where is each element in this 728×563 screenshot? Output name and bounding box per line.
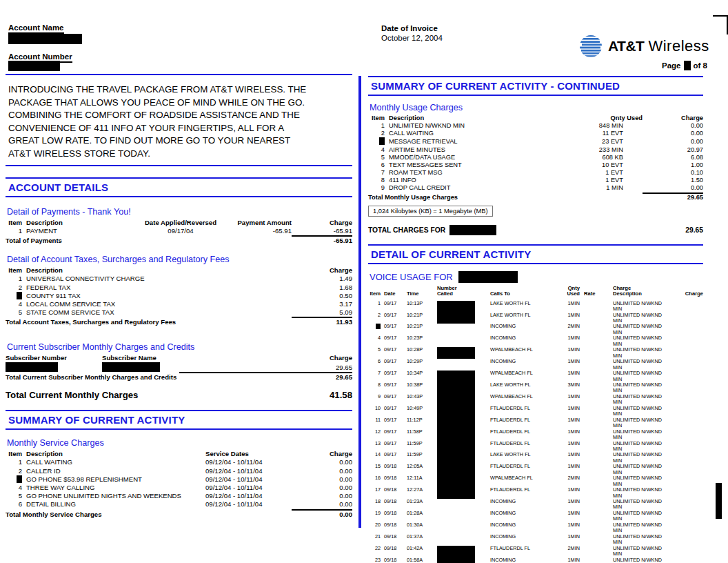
call-row: 19 09/18 01:28A INCOMING 1MIN UNLIMITED … — [368, 511, 703, 522]
cell-time: 10:49P — [407, 406, 434, 417]
voice-usage-line: VOICE USAGE FOR — [370, 271, 703, 283]
cell-charge: 0.00 — [643, 130, 703, 137]
cell-charge: 0.00 — [292, 467, 352, 475]
call-row: 5 09/17 10:28P WPALMBEACH FL 1MIN UNLIMI… — [368, 347, 703, 359]
cell-charge: 1.50 — [643, 177, 703, 184]
usage-charges-table: Item Description Qnty Used Charge 1 UNLI… — [368, 115, 703, 201]
cell-qnty-used: 1MIN — [559, 557, 580, 563]
table-row: 29.65 — [6, 362, 352, 372]
right-edge-redaction — [716, 483, 722, 519]
cell-qnty-used: 848 MIN — [540, 122, 643, 130]
cell-time: 10:34P — [407, 371, 434, 382]
subscriber-title: Current Subscriber Monthly Charges and C… — [7, 342, 352, 352]
cell-number-called — [437, 406, 475, 417]
cell-qnty-used: 1MIN — [559, 441, 580, 453]
cell-date: 09/17 — [384, 452, 403, 464]
table-row: 4 THREE WAY CALLING 09/12/04 - 10/11/04 … — [6, 484, 352, 492]
cell-rate — [584, 347, 607, 359]
taxes-rows: 1 UNIVERSAL CONNECTIVITY CHARGE 1.49 2 F… — [6, 275, 352, 317]
col-calls-to: Calls To — [490, 291, 559, 297]
cell-calls-to: INCOMING — [490, 534, 559, 546]
cell-time: 01:42A — [407, 546, 434, 557]
cell-charge — [671, 382, 703, 394]
cell-time: 01:37A — [407, 534, 434, 546]
cell-qnty-used: 1 MIN — [540, 184, 643, 192]
cell-date: 09/17 — [384, 441, 403, 453]
cell-date: 09/17 — [384, 417, 403, 429]
cell-number-called — [437, 313, 475, 324]
cell-qnty-used: 1MIN — [559, 522, 580, 534]
cell-item — [368, 324, 381, 335]
cell-item: 22 — [368, 546, 381, 557]
call-row: 9 09/17 10:43P WPALMBEACH FL 1MIN UNLIMI… — [368, 394, 703, 406]
cell-time: 12:11A — [407, 475, 434, 487]
cell-item: 15 — [368, 464, 381, 475]
col-used: Used — [559, 291, 580, 297]
cell-charge — [671, 371, 703, 382]
cell-description: MMODE/DATA USAGE — [385, 154, 540, 161]
col-description: Description — [22, 450, 205, 458]
page-label: Page — [662, 61, 681, 70]
cell-description: AIRTIME MINUTES — [385, 146, 540, 154]
cell-qnty-used: 1MIN — [559, 394, 580, 406]
usage-total-row: Total Monthly Usage Charges 29.65 — [368, 192, 703, 201]
cell-charge-description: UNLIMITED N/WKND MIN — [613, 313, 671, 324]
col-date: Date — [384, 291, 403, 297]
cell-rate — [584, 335, 607, 347]
cell-time: 01:28A — [407, 511, 434, 522]
cell-charge — [671, 441, 703, 453]
cell-item: 4 — [6, 300, 22, 308]
cell-item: 2 — [6, 284, 22, 292]
cell-rate — [584, 452, 607, 464]
total-value: 29.65 — [643, 192, 703, 201]
table-row: 1 UNLIMITED N/WKND MIN 848 MIN 0.00 — [368, 122, 703, 130]
service-header-row: Item Description Service Dates Charge — [6, 450, 352, 458]
cell-item: 17 — [368, 487, 381, 499]
cell-charge-description: UNLIMITED N/WKND MIN — [613, 347, 671, 359]
cell-time: 11:59P — [407, 452, 434, 464]
col-description: Description — [613, 291, 671, 297]
subscriber-rows: 29.65 — [6, 362, 352, 372]
cell-charge — [671, 406, 703, 417]
att-wireless-logo: AT&T Wireless — [579, 34, 709, 58]
usage-rows: 1 UNLIMITED N/WKND MIN 848 MIN 0.00 2 CA… — [368, 122, 703, 192]
cell-rate — [584, 499, 607, 511]
cell-charge-description: UNLIMITED N/WKND MIN — [613, 406, 671, 417]
cell-charge — [671, 417, 703, 429]
summary-activity-header: SUMMARY OF CURRENT ACTIVITY — [6, 410, 352, 430]
cell-charge-description: UNLIMITED N/WKND MIN — [613, 464, 671, 475]
cell-service-dates: 09/12/04 - 10/11/04 — [205, 458, 292, 466]
cell-charge: 0.00 — [292, 458, 352, 466]
cell-qnty-used: 1MIN — [559, 534, 580, 546]
subscriber-header-row: Subscriber Number Subscriber Name Charge — [6, 354, 352, 362]
cell-time: 10:21P — [407, 324, 434, 335]
subscriber-total-row: Total Current Subscriber Monthly Charges… — [6, 372, 352, 382]
cell-charge: 29.65 — [240, 364, 352, 372]
cell-charge-description: UNLIMITED N/WKND MIN — [613, 359, 671, 371]
total-label: Total Current Subscriber Monthly Charges… — [6, 373, 179, 382]
taxes-table: Item Description Charge 1 UNIVERSAL CONN… — [6, 266, 352, 326]
table-row: 2 CALLER ID 09/12/04 - 10/11/04 0.00 — [6, 467, 352, 475]
cell-time: 11:59P — [407, 441, 434, 453]
call-row: 23 09/18 01:58A INCOMING 1MIN UNLIMITED … — [368, 557, 703, 563]
col-item: Item — [6, 219, 22, 227]
cell-service-dates: 09/12/04 - 10/11/04 — [205, 484, 292, 492]
subscriber-table: Subscriber Number Subscriber Name Charge… — [6, 354, 352, 382]
cell-charge-description: UNLIMITED N/WKND MIN — [613, 452, 671, 464]
cell-rate — [584, 475, 607, 487]
cell-qnty-used: 1MIN — [559, 406, 580, 417]
cell-item: 19 — [368, 511, 381, 522]
cell-calls-to: LAKE WORTH FL — [490, 452, 559, 464]
page-number-redaction — [684, 61, 691, 70]
call-row: 8 09/17 10:38P LAKE WORTH FL 3MIN UNLIMI… — [368, 382, 703, 394]
cell-qnty-used: 2MIN — [559, 546, 580, 557]
col-description: Description — [385, 115, 560, 122]
cell-qnty-used: 1MIN — [559, 347, 580, 359]
cell-item: 9 — [368, 184, 385, 192]
invoice-page: Account Name Account Number Date of Invo… — [0, 0, 728, 563]
col-payment-amount: Payment Amount — [223, 219, 292, 227]
cell-number-called — [437, 394, 475, 406]
cell-calls-to: INCOMING — [490, 359, 559, 371]
cell-charge-description: UNLIMITED N/WKND MIN — [613, 394, 671, 406]
cell-charge: 0.00 — [292, 500, 352, 508]
